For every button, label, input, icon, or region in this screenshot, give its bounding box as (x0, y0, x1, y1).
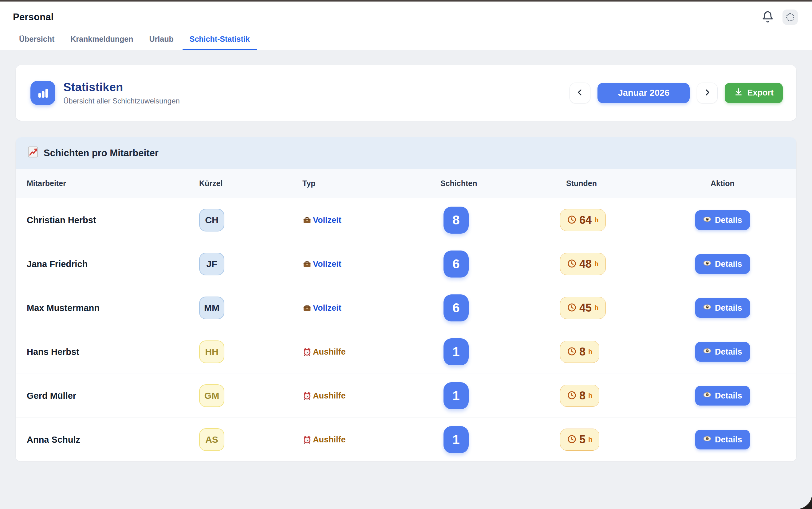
hours-unit: h (588, 348, 592, 356)
card-subtitle: Übersicht aller Schichtzuweisungen (63, 97, 180, 105)
eye-icon (703, 303, 712, 313)
previous-month-button[interactable] (569, 82, 590, 103)
column-header-typ: Typ (303, 179, 440, 188)
hours-value: 8 (579, 345, 586, 358)
type-label: Aushilfe (313, 391, 346, 401)
details-button[interactable]: Details (695, 386, 750, 406)
initials-badge: CH (199, 209, 224, 232)
bar-chart-icon (30, 81, 55, 105)
details-button[interactable]: Details (695, 254, 750, 274)
hours-value: 45 (579, 302, 592, 314)
eye-icon (703, 391, 712, 401)
hours-value: 48 (579, 258, 592, 270)
employee-name: Christian Herbst (27, 215, 199, 225)
table-row: Hans Herbst HH Aushilfe (16, 330, 796, 374)
hours-badge: 8 h (560, 341, 599, 363)
initials-badge: JF (199, 253, 224, 275)
column-header-schichten: Schichten (440, 179, 566, 188)
details-label: Details (715, 260, 742, 269)
export-label: Export (747, 88, 774, 98)
table-row: Anna Schulz AS Aushilfe (16, 417, 796, 462)
alarm-clock-icon (303, 435, 312, 444)
shifts-table-card: Schichten pro Mitarbeiter Mitarbeiter Kü… (16, 137, 796, 462)
clock-icon (567, 259, 576, 270)
tab-schicht-statistik[interactable]: Schicht-Statistik (183, 30, 257, 50)
page-title: Personal (13, 12, 54, 23)
clock-icon (567, 434, 576, 445)
shift-count-badge: 1 (443, 426, 469, 453)
details-label: Details (715, 391, 742, 401)
shift-count-badge: 8 (443, 207, 469, 234)
clock-icon (567, 391, 576, 401)
clock-icon (567, 347, 576, 358)
table-header-row: Mitarbeiter Kürzel Typ Schichten Stunden… (16, 169, 796, 198)
initials-badge: GM (199, 384, 224, 407)
card-title: Statistiken (63, 81, 180, 94)
initials-badge: HH (199, 340, 224, 363)
type-label: Vollzeit (313, 303, 341, 313)
hours-value: 5 (579, 433, 586, 446)
tab-uebersicht[interactable]: Übersicht (12, 30, 61, 50)
table-row: Max Mustermann MM Vollzeit (16, 286, 796, 330)
employee-name: Jana Friedrich (27, 259, 199, 269)
next-month-button[interactable] (697, 82, 718, 103)
alarm-clock-icon (303, 347, 312, 357)
hours-badge: 8 h (560, 385, 599, 407)
shift-count-badge: 6 (443, 295, 469, 321)
chevron-right-icon (702, 88, 712, 98)
details-button[interactable]: Details (695, 298, 750, 318)
details-label: Details (715, 347, 742, 357)
eye-icon (703, 347, 712, 358)
eye-icon (703, 434, 712, 445)
hours-unit: h (588, 436, 592, 444)
employee-name: Anna Schulz (27, 435, 199, 445)
column-header-kuerzel: Kürzel (199, 179, 303, 188)
table-row: Christian Herbst CH Vollzeit (16, 198, 796, 242)
type-label: Vollzeit (313, 215, 341, 225)
column-header-mitarbeiter: Mitarbeiter (27, 179, 199, 188)
employee-name: Max Mustermann (27, 303, 199, 313)
employee-name: Gerd Müller (27, 391, 199, 401)
spinner-icon (786, 13, 794, 21)
shift-count-badge: 1 (443, 338, 469, 365)
briefcase-icon (303, 260, 312, 269)
hours-unit: h (594, 304, 598, 312)
hours-unit: h (594, 216, 598, 224)
chevron-left-icon (575, 88, 585, 98)
details-button[interactable]: Details (695, 430, 750, 449)
details-label: Details (715, 303, 742, 313)
hours-badge: 45 h (560, 297, 606, 319)
tab-urlaub[interactable]: Urlaub (142, 30, 181, 50)
briefcase-icon (303, 215, 312, 225)
download-icon (734, 87, 743, 99)
hours-value: 64 (579, 214, 592, 227)
export-button[interactable]: Export (725, 83, 783, 103)
chart-increasing-icon (27, 146, 39, 161)
month-selector-button[interactable]: Januar 2026 (597, 83, 690, 103)
shift-count-badge: 6 (443, 250, 469, 277)
initials-badge: AS (199, 428, 224, 451)
statistics-card: Statistiken Übersicht aller Schichtzuwei… (16, 65, 796, 121)
hours-unit: h (588, 392, 592, 400)
employee-name: Hans Herbst (27, 347, 199, 357)
eye-icon (703, 259, 712, 270)
notifications-button[interactable] (761, 11, 774, 24)
hours-badge: 48 h (560, 253, 606, 275)
shift-count-badge: 1 (443, 382, 469, 409)
hours-value: 8 (579, 389, 586, 402)
table-row: Gerd Müller GM Aushilfe (16, 374, 796, 417)
app-header: Personal Übersicht Krankmeldungen Urlaub… (0, 2, 812, 50)
clock-icon (567, 215, 576, 226)
tab-krankmeldungen[interactable]: Krankmeldungen (63, 30, 140, 50)
column-header-stunden: Stunden (566, 179, 711, 188)
table-title: Schichten pro Mitarbeiter (44, 148, 159, 159)
details-button[interactable]: Details (695, 342, 750, 362)
details-label: Details (715, 215, 742, 225)
type-label: Vollzeit (313, 260, 341, 269)
table-body: Christian Herbst CH Vollzeit (16, 198, 796, 462)
tab-bar: Übersicht Krankmeldungen Urlaub Schicht-… (0, 30, 812, 50)
theme-toggle-button[interactable] (782, 9, 798, 25)
details-button[interactable]: Details (695, 210, 750, 230)
eye-icon (703, 215, 712, 226)
main-content: Statistiken Übersicht aller Schichtzuwei… (0, 50, 812, 462)
